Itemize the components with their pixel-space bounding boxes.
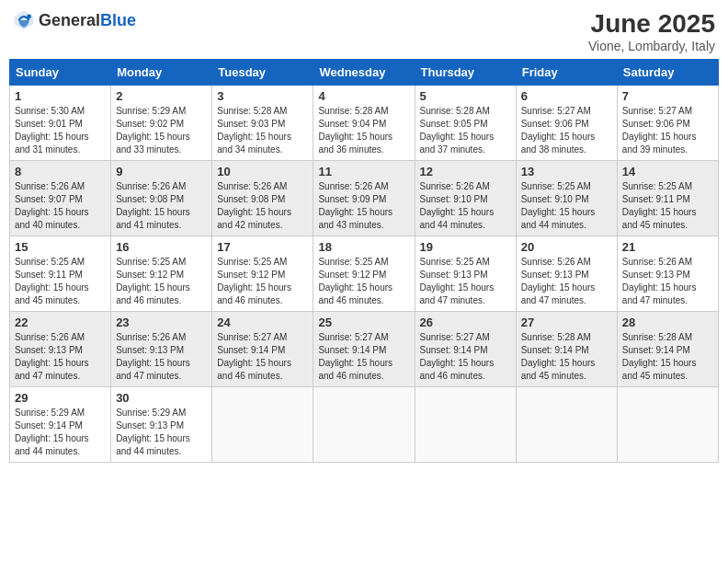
table-row: 1 Sunrise: 5:30 AMSunset: 9:01 PMDayligh… — [10, 86, 111, 161]
table-row: 4 Sunrise: 5:28 AMSunset: 9:04 PMDayligh… — [313, 86, 415, 161]
logo-general-text: GeneralBlue — [39, 11, 136, 30]
table-row — [212, 387, 313, 463]
day-number: 13 — [521, 165, 612, 178]
day-info: Sunrise: 5:26 AMSunset: 9:10 PMDaylight:… — [420, 180, 511, 232]
table-row: 11 Sunrise: 5:26 AMSunset: 9:09 PMDaylig… — [313, 161, 415, 236]
day-info: Sunrise: 5:26 AMSunset: 9:13 PMDaylight:… — [521, 256, 612, 307]
day-info: Sunrise: 5:26 AMSunset: 9:09 PMDaylight:… — [318, 180, 409, 232]
day-info: Sunrise: 5:26 AMSunset: 9:13 PMDaylight:… — [622, 256, 713, 307]
day-number: 1 — [15, 89, 106, 103]
day-info: Sunrise: 5:27 AMSunset: 9:14 PMDaylight:… — [318, 331, 409, 383]
calendar-row: 1 Sunrise: 5:30 AMSunset: 9:01 PMDayligh… — [10, 86, 719, 161]
col-thursday: Thursday — [415, 60, 516, 86]
day-number: 12 — [420, 165, 511, 178]
title-area: June 2025 Vione, Lombardy, Italy — [588, 9, 715, 53]
table-row: 16 Sunrise: 5:25 AMSunset: 9:12 PMDaylig… — [111, 236, 212, 312]
table-row: 13 Sunrise: 5:25 AMSunset: 9:10 PMDaylig… — [516, 161, 617, 236]
day-number: 18 — [318, 240, 409, 254]
day-info: Sunrise: 5:25 AMSunset: 9:12 PMDaylight:… — [116, 256, 207, 307]
table-row: 14 Sunrise: 5:25 AMSunset: 9:11 PMDaylig… — [617, 161, 718, 236]
day-info: Sunrise: 5:28 AMSunset: 9:14 PMDaylight:… — [622, 331, 713, 383]
day-info: Sunrise: 5:25 AMSunset: 9:11 PMDaylight:… — [622, 180, 713, 232]
header-row: Sunday Monday Tuesday Wednesday Thursday… — [10, 60, 719, 86]
day-info: Sunrise: 5:28 AMSunset: 9:03 PMDaylight:… — [217, 105, 308, 156]
table-row: 7 Sunrise: 5:27 AMSunset: 9:06 PMDayligh… — [617, 86, 718, 161]
table-row: 10 Sunrise: 5:26 AMSunset: 9:08 PMDaylig… — [212, 161, 313, 236]
day-number: 7 — [622, 89, 713, 103]
day-number: 10 — [217, 165, 308, 178]
day-info: Sunrise: 5:25 AMSunset: 9:11 PMDaylight:… — [15, 256, 106, 307]
table-row: 22 Sunrise: 5:26 AMSunset: 9:13 PMDaylig… — [10, 312, 111, 387]
table-row: 20 Sunrise: 5:26 AMSunset: 9:13 PMDaylig… — [516, 236, 617, 312]
calendar-row: 22 Sunrise: 5:26 AMSunset: 9:13 PMDaylig… — [10, 312, 719, 387]
table-row — [516, 387, 617, 463]
day-info: Sunrise: 5:30 AMSunset: 9:01 PMDaylight:… — [15, 105, 106, 156]
day-number: 24 — [217, 316, 308, 329]
table-row: 18 Sunrise: 5:25 AMSunset: 9:12 PMDaylig… — [313, 236, 415, 312]
day-number: 17 — [217, 240, 308, 254]
day-info: Sunrise: 5:27 AMSunset: 9:06 PMDaylight:… — [521, 105, 612, 156]
day-info: Sunrise: 5:28 AMSunset: 9:05 PMDaylight:… — [420, 105, 511, 156]
col-sunday: Sunday — [10, 60, 111, 86]
col-monday: Monday — [111, 60, 212, 86]
calendar-table: Sunday Monday Tuesday Wednesday Thursday… — [9, 59, 719, 463]
day-number: 25 — [318, 316, 409, 329]
table-row — [313, 387, 415, 463]
table-row: 30 Sunrise: 5:29 AMSunset: 9:13 PMDaylig… — [111, 387, 212, 463]
day-number: 6 — [521, 89, 612, 103]
table-row: 23 Sunrise: 5:26 AMSunset: 9:13 PMDaylig… — [111, 312, 212, 387]
page-container: GeneralBlue June 2025 Vione, Lombardy, I… — [9, 9, 719, 463]
calendar-row: 15 Sunrise: 5:25 AMSunset: 9:11 PMDaylig… — [10, 236, 719, 312]
svg-point-1 — [27, 15, 31, 19]
day-number: 5 — [420, 89, 511, 103]
table-row: 6 Sunrise: 5:27 AMSunset: 9:06 PMDayligh… — [516, 86, 617, 161]
day-info: Sunrise: 5:29 AMSunset: 9:14 PMDaylight:… — [15, 407, 106, 458]
day-info: Sunrise: 5:27 AMSunset: 9:06 PMDaylight:… — [622, 105, 713, 156]
calendar-row: 29 Sunrise: 5:29 AMSunset: 9:14 PMDaylig… — [10, 387, 719, 463]
month-year-title: June 2025 — [588, 9, 715, 39]
day-info: Sunrise: 5:25 AMSunset: 9:13 PMDaylight:… — [420, 256, 511, 307]
day-number: 14 — [622, 165, 713, 178]
table-row: 2 Sunrise: 5:29 AMSunset: 9:02 PMDayligh… — [111, 86, 212, 161]
day-number: 27 — [521, 316, 612, 329]
calendar-row: 8 Sunrise: 5:26 AMSunset: 9:07 PMDayligh… — [10, 161, 719, 236]
day-number: 11 — [318, 165, 409, 178]
table-row: 19 Sunrise: 5:25 AMSunset: 9:13 PMDaylig… — [415, 236, 516, 312]
logo-icon — [13, 9, 35, 31]
table-row: 28 Sunrise: 5:28 AMSunset: 9:14 PMDaylig… — [617, 312, 718, 387]
table-row: 3 Sunrise: 5:28 AMSunset: 9:03 PMDayligh… — [212, 86, 313, 161]
table-row: 5 Sunrise: 5:28 AMSunset: 9:05 PMDayligh… — [415, 86, 516, 161]
header: GeneralBlue June 2025 Vione, Lombardy, I… — [9, 9, 719, 53]
day-info: Sunrise: 5:26 AMSunset: 9:07 PMDaylight:… — [15, 180, 106, 232]
day-number: 29 — [15, 391, 106, 405]
table-row: 29 Sunrise: 5:29 AMSunset: 9:14 PMDaylig… — [10, 387, 111, 463]
day-number: 30 — [116, 391, 207, 405]
col-wednesday: Wednesday — [313, 60, 415, 86]
day-info: Sunrise: 5:26 AMSunset: 9:08 PMDaylight:… — [217, 180, 308, 232]
day-info: Sunrise: 5:29 AMSunset: 9:13 PMDaylight:… — [116, 407, 207, 458]
table-row: 27 Sunrise: 5:28 AMSunset: 9:14 PMDaylig… — [516, 312, 617, 387]
table-row: 8 Sunrise: 5:26 AMSunset: 9:07 PMDayligh… — [10, 161, 111, 236]
table-row: 24 Sunrise: 5:27 AMSunset: 9:14 PMDaylig… — [212, 312, 313, 387]
table-row — [415, 387, 516, 463]
logo: GeneralBlue — [13, 9, 136, 31]
table-row — [617, 387, 718, 463]
day-number: 15 — [15, 240, 106, 254]
location-subtitle: Vione, Lombardy, Italy — [588, 39, 715, 53]
day-number: 19 — [420, 240, 511, 254]
day-info: Sunrise: 5:26 AMSunset: 9:13 PMDaylight:… — [15, 331, 106, 383]
table-row: 17 Sunrise: 5:25 AMSunset: 9:12 PMDaylig… — [212, 236, 313, 312]
table-row: 12 Sunrise: 5:26 AMSunset: 9:10 PMDaylig… — [415, 161, 516, 236]
day-info: Sunrise: 5:27 AMSunset: 9:14 PMDaylight:… — [217, 331, 308, 383]
day-number: 23 — [116, 316, 207, 329]
day-number: 2 — [116, 89, 207, 103]
day-info: Sunrise: 5:29 AMSunset: 9:02 PMDaylight:… — [116, 105, 207, 156]
day-info: Sunrise: 5:25 AMSunset: 9:12 PMDaylight:… — [217, 256, 308, 307]
day-number: 4 — [318, 89, 409, 103]
day-number: 28 — [622, 316, 713, 329]
day-info: Sunrise: 5:26 AMSunset: 9:08 PMDaylight:… — [116, 180, 207, 232]
day-number: 16 — [116, 240, 207, 254]
table-row: 25 Sunrise: 5:27 AMSunset: 9:14 PMDaylig… — [313, 312, 415, 387]
day-number: 3 — [217, 89, 308, 103]
day-info: Sunrise: 5:25 AMSunset: 9:10 PMDaylight:… — [521, 180, 612, 232]
